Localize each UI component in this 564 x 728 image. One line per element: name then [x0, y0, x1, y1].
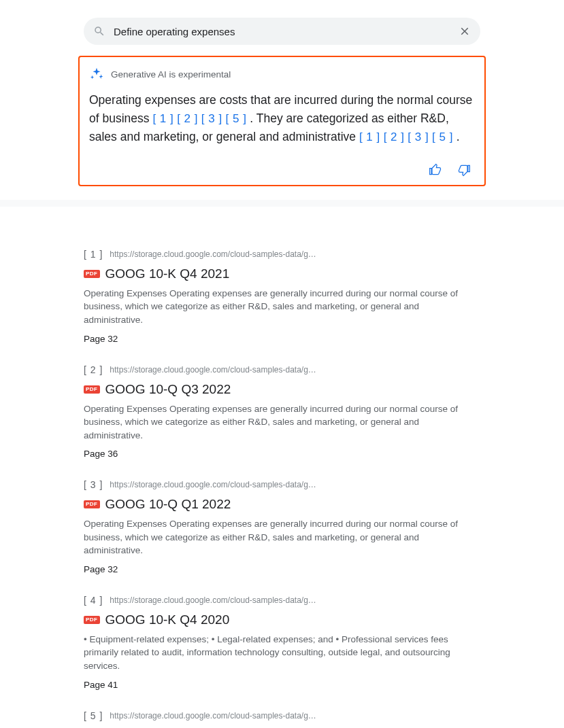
result-title-row: PDF GOOG 10-K Q4 2021 [84, 266, 480, 281]
pdf-badge-icon: PDF [84, 616, 100, 624]
sparkle-icon [89, 67, 104, 82]
result-title: GOOG 10-Q Q3 2022 [105, 382, 231, 397]
result-title-row: PDF GOOG 10-Q Q1 2022 [84, 497, 480, 512]
result-title-row: PDF GOOG 10-K Q4 2020 [84, 612, 480, 627]
result-snippet: Operating Expenses Operating expenses ar… [84, 402, 480, 443]
ai-feedback-row [89, 163, 475, 177]
ai-answer-body: Operating expenses are costs that are in… [89, 91, 475, 147]
search-result[interactable]: [ 5 ] https://storage.cloud.google.com/c… [84, 710, 480, 728]
result-number: [ 4 ] [84, 595, 103, 606]
result-top-row: [ 2 ] https://storage.cloud.google.com/c… [84, 364, 480, 375]
citation-link[interactable]: [ 5 ] [226, 112, 247, 125]
ai-card-header: Generative AI is experimental [89, 67, 475, 82]
result-number: [ 2 ] [84, 364, 103, 375]
result-number: [ 5 ] [84, 710, 103, 721]
result-title: GOOG 10-Q Q1 2022 [105, 497, 231, 512]
result-title: GOOG 10-K Q4 2020 [105, 612, 230, 627]
thumbs-up-icon[interactable] [429, 163, 442, 177]
result-page: Page 32 [84, 564, 480, 574]
result-title: GOOG 10-K Q4 2021 [105, 266, 230, 281]
top-section: Generative AI is experimental Operating … [0, 0, 564, 200]
pdf-badge-icon: PDF [84, 385, 100, 394]
result-title-row: PDF GOOG 10-Q Q3 2022 [84, 382, 480, 397]
result-top-row: [ 1 ] https://storage.cloud.google.com/c… [84, 249, 480, 260]
result-url: https://storage.cloud.google.com/cloud-s… [110, 480, 320, 489]
search-result[interactable]: [ 3 ] https://storage.cloud.google.com/c… [84, 479, 480, 574]
ai-answer-card: Generative AI is experimental Operating … [78, 56, 486, 186]
result-snippet: Operating Expenses Operating expenses ar… [84, 287, 480, 327]
search-input[interactable] [114, 26, 459, 37]
citation-link[interactable]: [ 3 ] [408, 131, 429, 143]
result-url: https://storage.cloud.google.com/cloud-s… [110, 711, 320, 721]
result-url: https://storage.cloud.google.com/cloud-s… [110, 249, 320, 259]
citation-link[interactable]: [ 2 ] [177, 112, 198, 125]
pdf-badge-icon: PDF [84, 500, 100, 508]
pdf-badge-icon: PDF [84, 270, 100, 278]
result-number: [ 3 ] [84, 479, 103, 490]
result-url: https://storage.cloud.google.com/cloud-s… [110, 595, 320, 605]
result-number: [ 1 ] [84, 249, 103, 260]
results-section: [ 1 ] https://storage.cloud.google.com/c… [0, 222, 564, 728]
ai-experimental-label: Generative AI is experimental [111, 69, 231, 80]
result-page: Page 32 [84, 334, 480, 344]
search-result[interactable]: [ 2 ] https://storage.cloud.google.com/c… [84, 364, 480, 460]
result-top-row: [ 5 ] https://storage.cloud.google.com/c… [84, 710, 480, 721]
search-bar [84, 18, 480, 45]
result-top-row: [ 3 ] https://storage.cloud.google.com/c… [84, 479, 480, 490]
citation-link[interactable]: [ 5 ] [432, 131, 453, 143]
citation-link[interactable]: [ 1 ] [152, 112, 173, 125]
result-snippet: Operating Expenses Operating expenses ar… [84, 517, 480, 557]
thumbs-down-icon[interactable] [457, 163, 471, 177]
search-icon [93, 25, 105, 37]
result-url: https://storage.cloud.google.com/cloud-s… [110, 365, 320, 375]
search-result[interactable]: [ 1 ] https://storage.cloud.google.com/c… [84, 249, 480, 344]
citation-link[interactable]: [ 1 ] [359, 131, 380, 143]
section-gap [0, 200, 564, 207]
result-top-row: [ 4 ] https://storage.cloud.google.com/c… [84, 595, 480, 606]
result-page: Page 41 [84, 680, 480, 690]
citation-link[interactable]: [ 2 ] [384, 131, 405, 143]
result-page: Page 36 [84, 449, 480, 459]
close-icon[interactable] [459, 25, 471, 37]
citation-link[interactable]: [ 3 ] [201, 112, 222, 125]
search-result[interactable]: [ 4 ] https://storage.cloud.google.com/c… [84, 595, 480, 690]
result-snippet: • Equipment-related expenses; • Legal-re… [84, 633, 480, 673]
ai-text-3: . [453, 130, 460, 143]
